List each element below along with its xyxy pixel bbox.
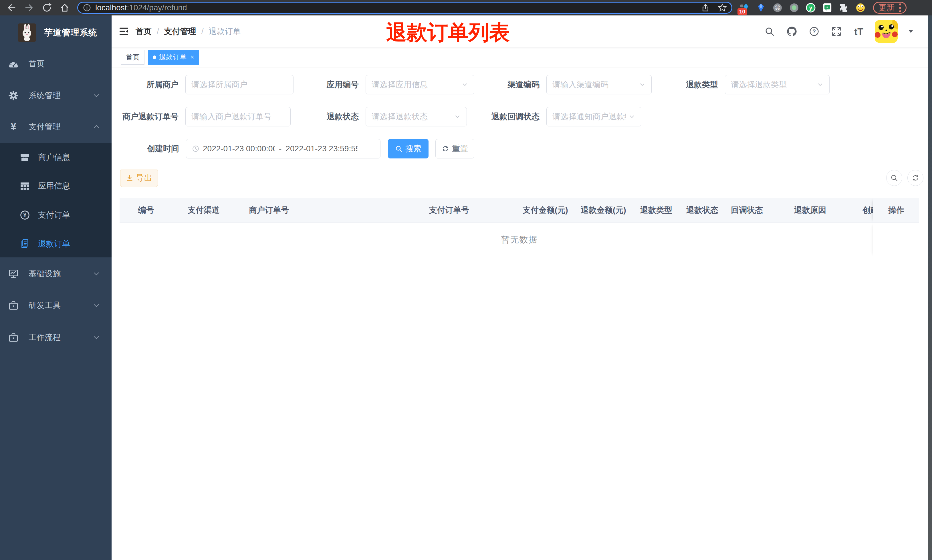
fullscreen-icon[interactable] bbox=[830, 25, 843, 38]
browser-back-button[interactable] bbox=[5, 2, 18, 14]
sidebar-item-app-info[interactable]: 应用信息 bbox=[0, 177, 112, 194]
chevron-up-icon bbox=[93, 123, 100, 131]
column-header: 操作 bbox=[888, 205, 904, 215]
breadcrumb-home[interactable]: 首页 bbox=[135, 26, 152, 37]
profile-avatar-icon[interactable] bbox=[855, 3, 866, 13]
breadcrumb-section[interactable]: 支付管理 bbox=[164, 26, 196, 37]
sidebar-item-label: 退款订单 bbox=[38, 238, 70, 249]
reset-button[interactable]: 重置 bbox=[435, 139, 474, 158]
close-icon[interactable]: × bbox=[191, 54, 194, 61]
tag-refund-order[interactable]: 退款订单 × bbox=[148, 50, 199, 65]
top-navbar: 首页 / 支付管理 / 退款订单 退款订单列表 ? bbox=[112, 15, 932, 48]
filter-label: 退款类型 bbox=[686, 75, 718, 94]
column-header: 退款原因 bbox=[794, 198, 826, 223]
browser-forward-button[interactable] bbox=[23, 2, 35, 14]
notify-status-select[interactable]: 请选择通知商户退款结果 bbox=[546, 107, 641, 126]
sidebar-item-system[interactable]: 系统管理 bbox=[0, 87, 112, 104]
channel-select[interactable]: 请输入渠道编码 bbox=[546, 75, 652, 94]
url-host: localhost bbox=[95, 3, 127, 12]
refresh-button[interactable] bbox=[907, 170, 923, 186]
active-dot-icon bbox=[153, 55, 156, 59]
dashboard-icon bbox=[8, 58, 19, 69]
github-icon[interactable] bbox=[786, 25, 798, 38]
app-logo[interactable]: 芋道管理系统 bbox=[18, 23, 97, 42]
placeholder-text: 请选择通知商户退款结果 bbox=[552, 111, 626, 122]
site-info-icon[interactable] bbox=[83, 3, 91, 12]
url-path: :1024/pay/refund bbox=[127, 3, 187, 12]
browser-update-menu[interactable]: 更新 bbox=[873, 2, 907, 14]
share-icon[interactable] bbox=[701, 3, 710, 12]
sidebar-item-label: 研发工具 bbox=[29, 300, 61, 311]
date-start-value: 2022-01-23 00:00:00 bbox=[203, 144, 275, 153]
chevron-down-icon bbox=[93, 92, 100, 99]
empty-text: 暂无数据 bbox=[501, 234, 538, 246]
caret-down-icon[interactable] bbox=[907, 28, 914, 35]
extension-tabs-icon[interactable]: 10 bbox=[739, 3, 749, 13]
svg-text:⌘: ⌘ bbox=[775, 5, 780, 11]
svg-text:?: ? bbox=[812, 28, 816, 34]
briefcase-icon bbox=[8, 332, 19, 343]
filter-create-time: 创建时间 2022-01-23 00:00:00 - 2022-01-23 23… bbox=[186, 139, 380, 158]
chevron-down-icon bbox=[93, 334, 100, 341]
sidebar: 芋道管理系统 首页 系统管理 ¥ 支付管理 bbox=[0, 15, 112, 560]
refund-type-select[interactable]: 请选择退款类型 bbox=[725, 75, 830, 94]
tag-home[interactable]: 首页 bbox=[121, 50, 145, 65]
window-edge-strip bbox=[928, 15, 932, 560]
sidebar-item-pay-order[interactable]: ¥ 支付订单 bbox=[0, 206, 112, 224]
extension-y-icon[interactable]: y bbox=[806, 3, 816, 13]
toggle-search-button[interactable] bbox=[886, 170, 902, 186]
logo-image bbox=[18, 23, 36, 42]
extension-record-icon[interactable] bbox=[789, 3, 799, 13]
chevron-down-icon bbox=[817, 81, 824, 88]
tag-label: 退款订单 bbox=[159, 52, 186, 62]
filter-label: 创建时间 bbox=[147, 139, 179, 158]
extension-command-icon[interactable]: ⌘ bbox=[772, 3, 783, 13]
app-select[interactable]: 请选择应用信息 bbox=[366, 75, 474, 94]
url-bar[interactable]: localhost:1024/pay/refund bbox=[77, 2, 732, 14]
svg-text:¥: ¥ bbox=[23, 212, 27, 218]
refund-status-select[interactable]: 请选择退款状态 bbox=[366, 107, 467, 126]
merchant-input[interactable]: 请选择所属商户 bbox=[185, 75, 294, 94]
filter-label: 所属商户 bbox=[146, 75, 178, 94]
merchant-refund-no-input[interactable]: 请输入商户退款订单号 bbox=[185, 107, 291, 126]
bookmark-star-icon[interactable] bbox=[718, 3, 727, 12]
user-avatar[interactable] bbox=[875, 20, 898, 43]
column-header: 退款类型 bbox=[640, 198, 672, 223]
filter-notify-status: 退款回调状态 请选择通知商户退款结果 bbox=[546, 107, 641, 126]
search-icon[interactable] bbox=[763, 25, 776, 38]
help-icon[interactable]: ? bbox=[808, 25, 820, 38]
filter-refund-status: 退款状态 请选择退款状态 bbox=[366, 107, 467, 126]
export-button[interactable]: 导出 bbox=[120, 169, 158, 187]
shop-icon bbox=[20, 152, 30, 163]
search-button-label: 搜索 bbox=[405, 143, 421, 154]
search-button[interactable]: 搜索 bbox=[388, 139, 429, 158]
sidebar-item-label: 应用信息 bbox=[38, 180, 70, 191]
table-header: 编号 支付渠道 商户订单号 支付订单号 支付金额(元) 退款金额(元) 退款类型… bbox=[120, 198, 919, 223]
tag-label: 首页 bbox=[126, 52, 140, 62]
sidebar-item-payment[interactable]: ¥ 支付管理 bbox=[0, 118, 112, 135]
column-header: 支付订单号 bbox=[429, 198, 469, 223]
extension-chat-icon[interactable] bbox=[822, 3, 832, 13]
sidebar-item-infra[interactable]: 基础设施 bbox=[0, 265, 112, 282]
fixed-column-body bbox=[874, 223, 919, 257]
sidebar-item-workflow[interactable]: 工作流程 bbox=[0, 329, 112, 346]
browser-reload-button[interactable] bbox=[41, 2, 53, 14]
sidebar-item-merchant-info[interactable]: 商户信息 bbox=[0, 149, 112, 166]
browser-chrome: localhost:1024/pay/refund 10 ⌘ y bbox=[0, 0, 932, 15]
sidebar-item-refund-order[interactable]: 退款订单 bbox=[0, 235, 112, 252]
sidebar-item-dev-tools[interactable]: 研发工具 bbox=[0, 297, 112, 314]
tags-view-bar: 首页 退款订单 × bbox=[112, 48, 932, 67]
filter-refund-type: 退款类型 请选择退款类型 bbox=[725, 75, 830, 94]
chevron-down-icon bbox=[629, 113, 635, 120]
browser-home-button[interactable] bbox=[58, 2, 71, 14]
sidebar-fold-icon[interactable] bbox=[117, 25, 131, 38]
chevron-down-icon bbox=[93, 302, 100, 309]
sidebar-item-home[interactable]: 首页 bbox=[0, 55, 112, 72]
column-header: 回调状态 bbox=[731, 198, 763, 223]
date-range-picker[interactable]: 2022-01-23 00:00:00 - 2022-01-23 23:59:5… bbox=[186, 139, 380, 158]
sidebar-item-label: 基础设施 bbox=[29, 268, 61, 279]
font-size-icon[interactable]: tT bbox=[852, 25, 865, 38]
fixed-column-header: 操作 bbox=[874, 198, 919, 223]
extensions-puzzle-icon[interactable] bbox=[839, 3, 849, 13]
extension-gem-icon[interactable] bbox=[756, 3, 766, 13]
